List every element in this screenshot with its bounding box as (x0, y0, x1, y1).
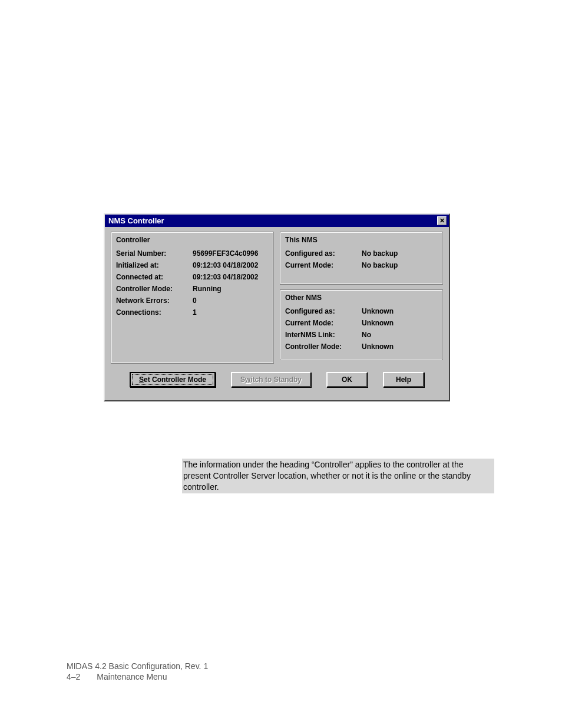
other-nms-legend: Other NMS (285, 292, 438, 305)
footer-line1: MIDAS 4.2 Basic Configuration, Rev. 1 (67, 661, 208, 671)
connections-value: 1 (193, 307, 269, 318)
controller-legend: Controller (116, 235, 269, 248)
table-row: Serial Number:95699FEF3C4c0996 (116, 248, 269, 259)
internms-link-label: InterNMS Link: (285, 329, 362, 341)
set-controller-mode-button[interactable]: Set Controller Mode (130, 372, 216, 387)
table-row: Controller Mode:Unknown (285, 341, 438, 353)
network-errors-label: Network Errors: (116, 295, 193, 307)
other-controller-mode-value: Unknown (362, 341, 438, 353)
titlebar: NMS Controller ✕ (105, 215, 449, 227)
table-row: Connections:1 (116, 307, 269, 318)
serial-number-value: 95699FEF3C4c0996 (193, 248, 269, 259)
close-icon[interactable]: ✕ (437, 216, 447, 225)
help-button[interactable]: Help (383, 372, 424, 387)
connected-at-label: Connected at: (116, 271, 193, 283)
other-controller-mode-label: Controller Mode: (285, 341, 362, 353)
page-footer: MIDAS 4.2 Basic Configuration, Rev. 1 4–… (67, 661, 208, 682)
table-row: Connected at:09:12:03 04/18/2002 (116, 271, 269, 283)
other-current-mode-label: Current Mode: (285, 317, 362, 329)
network-errors-value: 0 (193, 295, 269, 307)
other-nms-group: Other NMS Configured as:Unknown Current … (280, 289, 443, 360)
initialized-at-value: 09:12:03 04/18/2002 (193, 259, 269, 271)
this-nms-legend: This NMS (285, 235, 438, 248)
controller-group: Controller Serial Number:95699FEF3C4c099… (111, 232, 274, 364)
this-nms-group: This NMS Configured as:No backup Current… (280, 232, 443, 285)
table-row: Configured as:No backup (285, 248, 438, 259)
controller-mode-label: Controller Mode: (116, 283, 193, 295)
this-current-mode-value: No backup (362, 259, 438, 271)
footer-page-number: 4–2 (67, 671, 80, 682)
controller-mode-value: Running (193, 283, 269, 295)
dialog-body: Controller Serial Number:95699FEF3C4c099… (105, 227, 449, 400)
initialized-at-label: Initialized at: (116, 259, 193, 271)
internms-link-value: No (362, 329, 438, 341)
other-configured-as-label: Configured as: (285, 305, 362, 317)
nms-controller-dialog: NMS Controller ✕ Controller Serial Numbe… (104, 213, 450, 401)
dialog-title: NMS Controller (108, 216, 164, 225)
table-row: Current Mode:Unknown (285, 317, 438, 329)
table-row: Network Errors:0 (116, 295, 269, 307)
other-current-mode-value: Unknown (362, 317, 438, 329)
connections-label: Connections: (116, 307, 193, 318)
table-row: Current Mode:No backup (285, 259, 438, 271)
this-configured-as-value: No backup (362, 248, 438, 259)
this-current-mode-label: Current Mode: (285, 259, 362, 271)
connected-at-value: 09:12:03 04/18/2002 (193, 271, 269, 283)
this-configured-as-label: Configured as: (285, 248, 362, 259)
footer-section: Maintenance Menu (97, 671, 167, 682)
table-row: InterNMS Link:No (285, 329, 438, 341)
other-configured-as-value: Unknown (362, 305, 438, 317)
table-row: Initialized at:09:12:03 04/18/2002 (116, 259, 269, 271)
serial-number-label: Serial Number: (116, 248, 193, 259)
panels: Controller Serial Number:95699FEF3C4c099… (111, 232, 443, 364)
table-row: Controller Mode:Running (116, 283, 269, 295)
switch-to-standby-button[interactable]: Switch to Standby (231, 372, 311, 387)
button-row: Set Controller Mode Switch to Standby OK… (111, 364, 443, 394)
note-text: The information under the heading “Contr… (182, 459, 494, 493)
table-row: Configured as:Unknown (285, 305, 438, 317)
ok-button[interactable]: OK (326, 372, 368, 387)
